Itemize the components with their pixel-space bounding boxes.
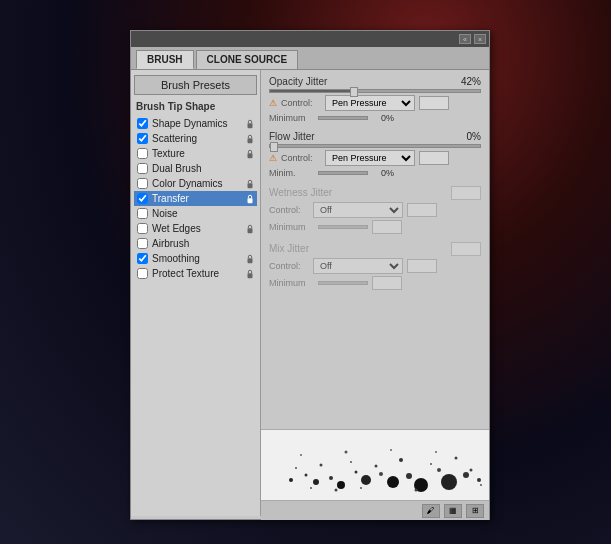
flow-min-label: Minim. <box>269 168 314 178</box>
list-item[interactable]: Color Dynamics <box>134 176 257 191</box>
flow-control-input[interactable] <box>419 151 449 165</box>
flow-control-label: Control: <box>281 153 321 163</box>
shape-dynamics-checkbox[interactable] <box>137 118 148 129</box>
smoothing-label: Smoothing <box>152 253 254 264</box>
mix-min-input[interactable] <box>372 276 402 290</box>
mix-control-select[interactable]: Off <box>313 258 403 274</box>
svg-rect-1 <box>248 138 253 143</box>
opacity-jitter-section: Opacity Jitter 42% ⚠ Control: Pen Pressu… <box>269 76 481 123</box>
svg-point-12 <box>337 481 345 489</box>
flow-jitter-label: Flow Jitter <box>269 131 315 142</box>
flow-jitter-thumb[interactable] <box>270 142 278 152</box>
protect-texture-label: Protect Texture <box>152 268 254 279</box>
svg-point-17 <box>406 473 412 479</box>
svg-point-19 <box>437 468 441 472</box>
opacity-jitter-slider[interactable] <box>269 89 481 93</box>
svg-point-29 <box>310 487 312 489</box>
brush-preview-icon[interactable]: 🖌 <box>422 504 440 518</box>
wetness-jitter-input[interactable] <box>451 186 481 200</box>
expand-icon[interactable]: ⊞ <box>466 504 484 518</box>
svg-rect-0 <box>248 123 253 128</box>
flow-jitter-value: 0% <box>453 131 481 142</box>
flow-control-select[interactable]: Pen Pressure Off Fade <box>325 150 415 166</box>
lock-icon <box>245 179 255 189</box>
svg-point-27 <box>430 463 432 465</box>
svg-point-16 <box>387 476 399 488</box>
svg-point-11 <box>329 476 333 480</box>
svg-point-14 <box>361 475 371 485</box>
airbrush-checkbox[interactable] <box>137 238 148 249</box>
mix-min-slider[interactable] <box>318 281 368 285</box>
grid-icon[interactable]: ▦ <box>444 504 462 518</box>
dual-brush-checkbox[interactable] <box>137 163 148 174</box>
flow-min-value: 0% <box>372 168 394 178</box>
list-item[interactable]: Dual Brush <box>134 161 257 176</box>
opacity-control-input[interactable] <box>419 96 449 110</box>
svg-point-39 <box>480 484 482 486</box>
opacity-jitter-thumb[interactable] <box>350 87 358 97</box>
svg-rect-4 <box>248 198 253 203</box>
noise-checkbox[interactable] <box>137 208 148 219</box>
svg-point-10 <box>313 479 319 485</box>
svg-point-28 <box>455 457 458 460</box>
list-item[interactable]: Smoothing <box>134 251 257 266</box>
svg-point-21 <box>463 472 469 478</box>
svg-point-15 <box>379 472 383 476</box>
list-item[interactable]: Scattering <box>134 131 257 146</box>
mix-min-label: Minimum <box>269 278 314 288</box>
lock-icon <box>245 119 255 129</box>
list-item[interactable]: Transfer <box>134 191 257 206</box>
close-button[interactable]: × <box>474 34 486 44</box>
lock-icon <box>245 134 255 144</box>
lock-icon <box>245 254 255 264</box>
wetness-jitter-label: Wetness Jitter <box>269 187 332 198</box>
svg-point-24 <box>350 461 352 463</box>
svg-point-35 <box>390 449 392 451</box>
preview-area: 🖌 ▦ ⊞ <box>261 429 489 519</box>
mix-jitter-input[interactable] <box>451 242 481 256</box>
wetness-min-input[interactable] <box>372 220 402 234</box>
smoothing-checkbox[interactable] <box>137 253 148 264</box>
wetness-min-label: Minimum <box>269 222 314 232</box>
svg-rect-7 <box>248 273 253 278</box>
shape-dynamics-label: Shape Dynamics <box>152 118 254 129</box>
flow-jitter-slider[interactable] <box>269 144 481 148</box>
list-item[interactable]: Texture <box>134 146 257 161</box>
tab-clone-source[interactable]: CLONE SOURCE <box>196 50 299 69</box>
list-item[interactable]: Airbrush <box>134 236 257 251</box>
warning-icon: ⚠ <box>269 153 277 163</box>
svg-point-13 <box>355 471 358 474</box>
opacity-min-slider[interactable] <box>318 116 368 120</box>
color-dynamics-label: Color Dynamics <box>152 178 254 189</box>
list-item[interactable]: Wet Edges <box>134 221 257 236</box>
mix-jitter-section: Mix Jitter Control: Off Minimum <box>269 242 481 290</box>
collapse-button[interactable]: « <box>459 34 471 44</box>
list-item[interactable]: Shape Dynamics <box>134 116 257 131</box>
list-item[interactable]: Noise <box>134 206 257 221</box>
transfer-label: Transfer <box>152 193 254 204</box>
transfer-checkbox[interactable] <box>137 193 148 204</box>
svg-point-34 <box>345 451 348 454</box>
opacity-jitter-label: Opacity Jitter <box>269 76 327 87</box>
wet-edges-checkbox[interactable] <box>137 223 148 234</box>
opacity-jitter-value: 42% <box>453 76 481 87</box>
texture-checkbox[interactable] <box>137 148 148 159</box>
panel-titlebar: « × <box>131 31 489 47</box>
mix-control-input[interactable] <box>407 259 437 273</box>
wetness-control-input[interactable] <box>407 203 437 217</box>
color-dynamics-checkbox[interactable] <box>137 178 148 189</box>
mix-jitter-label: Mix Jitter <box>269 243 309 254</box>
wetness-control-select[interactable]: Off <box>313 202 403 218</box>
svg-point-23 <box>320 464 323 467</box>
brush-presets-button[interactable]: Brush Presets <box>134 75 257 95</box>
tab-brush[interactable]: BRUSH <box>136 50 194 69</box>
list-item[interactable]: Protect Texture <box>134 266 257 281</box>
svg-point-37 <box>470 469 473 472</box>
protect-texture-checkbox[interactable] <box>137 268 148 279</box>
brush-panel: « × BRUSH CLONE SOURCE Brush Presets Bru… <box>130 30 490 520</box>
flow-min-slider[interactable] <box>318 171 368 175</box>
wetness-min-slider[interactable] <box>318 225 368 229</box>
scattering-checkbox[interactable] <box>137 133 148 144</box>
opacity-control-select[interactable]: Pen Pressure Off Fade Pen Tilt Stylus Wh… <box>325 95 415 111</box>
svg-point-9 <box>305 474 308 477</box>
